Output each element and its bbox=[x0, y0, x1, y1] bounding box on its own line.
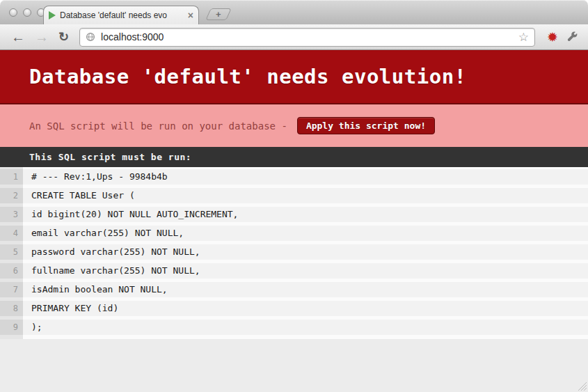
line-code: id bigint(20) NOT NULL AUTO_INCREMENT, bbox=[23, 207, 588, 222]
tab-title: Database 'default' needs evo bbox=[60, 10, 185, 20]
tab-strip: Database 'default' needs evo × + bbox=[0, 0, 588, 24]
line-number: 9 bbox=[0, 320, 23, 335]
script-line-row: 7 isAdmin boolean NOT NULL, bbox=[0, 282, 588, 297]
line-code: # --- Rev:1,Ups - 9984b4b bbox=[23, 169, 588, 185]
script-line-row: 8 PRIMARY KEY (id) bbox=[0, 301, 588, 316]
line-code: password varchar(255) NOT NULL, bbox=[23, 244, 588, 260]
reload-button[interactable]: ↻ bbox=[58, 31, 69, 43]
script-header-bar: This SQL script must be run: bbox=[0, 147, 588, 167]
plus-icon: + bbox=[216, 10, 221, 19]
wrench-settings-icon[interactable] bbox=[566, 31, 578, 43]
line-number: 8 bbox=[0, 301, 23, 316]
url-text: localhost:9000 bbox=[101, 31, 164, 42]
line-number: 3 bbox=[0, 207, 23, 222]
resize-grip[interactable] bbox=[576, 380, 587, 391]
banner-text: An SQL script will be run on your databa… bbox=[29, 120, 287, 132]
forward-button[interactable]: → bbox=[35, 30, 49, 44]
script-header-label: This SQL script must be run: bbox=[29, 152, 191, 162]
close-window-button[interactable] bbox=[9, 8, 17, 17]
line-code: email varchar(255) NOT NULL, bbox=[23, 226, 588, 241]
line-code: ); bbox=[23, 320, 588, 335]
script-line-row: 5 password varchar(255) NOT NULL, bbox=[0, 244, 588, 260]
script-line-row: 2 CREATE TABLE User ( bbox=[0, 188, 588, 203]
line-number: 5 bbox=[0, 244, 23, 260]
script-line-row: 1 # --- Rev:1,Ups - 9984b4b bbox=[0, 169, 588, 185]
play-favicon-icon bbox=[49, 11, 56, 19]
line-number: 4 bbox=[0, 226, 23, 241]
script-line-row: 4 email varchar(255) NOT NULL, bbox=[0, 226, 588, 241]
bookmark-star-icon[interactable]: ☆ bbox=[518, 31, 529, 43]
line-code: isAdmin boolean NOT NULL, bbox=[23, 282, 588, 297]
line-code: fullname varchar(255) NOT NULL, bbox=[23, 263, 588, 279]
line-number: 1 bbox=[0, 169, 23, 185]
line-number: 6 bbox=[0, 263, 23, 279]
line-number: 7 bbox=[0, 282, 23, 297]
line-number: 2 bbox=[0, 188, 23, 203]
extension-icon[interactable]: ✹ bbox=[547, 31, 558, 44]
browser-toolbar: ← → ↻ localhost:9000 ☆ ✹ bbox=[0, 24, 588, 50]
browser-window: Database 'default' needs evo × + ← → ↻ l… bbox=[0, 0, 588, 392]
new-tab-button[interactable]: + bbox=[205, 8, 232, 20]
back-button[interactable]: ← bbox=[11, 30, 25, 44]
minimize-window-button[interactable] bbox=[23, 8, 31, 17]
sql-script-lines: 1 # --- Rev:1,Ups - 9984b4b 2 CREATE TAB… bbox=[0, 167, 588, 339]
traffic-lights bbox=[9, 8, 45, 17]
address-bar[interactable]: localhost:9000 ☆ bbox=[79, 28, 535, 47]
script-line-row: 9 ); bbox=[0, 320, 588, 335]
globe-icon bbox=[86, 32, 95, 42]
line-code: CREATE TABLE User ( bbox=[23, 188, 588, 203]
browser-tab[interactable]: Database 'default' needs evo × bbox=[43, 6, 199, 24]
apply-script-button[interactable]: Apply this script now! bbox=[297, 117, 435, 134]
evolution-banner: An SQL script will be run on your databa… bbox=[0, 104, 588, 147]
script-line-row: 3 id bigint(20) NOT NULL AUTO_INCREMENT, bbox=[0, 207, 588, 222]
script-line-row: 6 fullname varchar(255) NOT NULL, bbox=[0, 263, 588, 279]
page-title: Database 'default' needs evolution! bbox=[29, 65, 467, 88]
close-tab-icon[interactable]: × bbox=[188, 10, 193, 20]
evolution-header: Database 'default' needs evolution! bbox=[0, 50, 588, 104]
line-code: PRIMARY KEY (id) bbox=[23, 301, 588, 316]
